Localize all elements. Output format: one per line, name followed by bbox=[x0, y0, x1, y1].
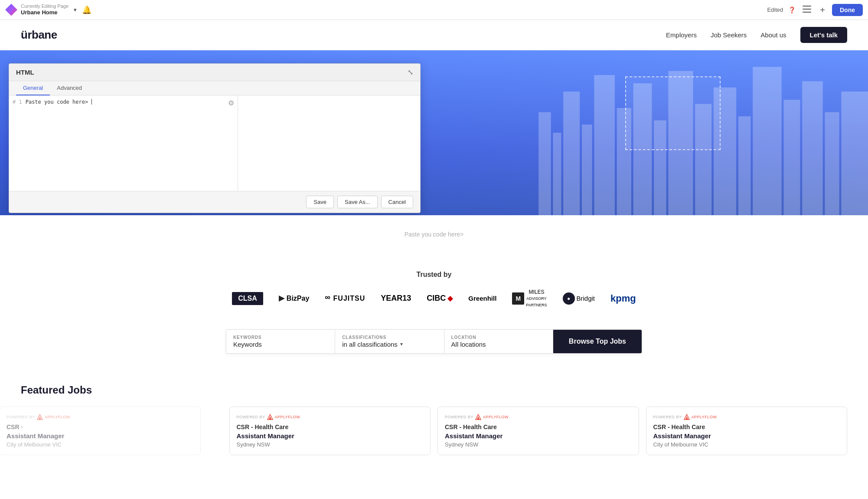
applyflow-mountain-icon-3 bbox=[684, 414, 690, 420]
applyflow-logo-1: applyflow bbox=[267, 414, 300, 420]
done-button[interactable]: Done bbox=[832, 4, 863, 16]
code-text: Paste you code here> bbox=[26, 99, 88, 105]
bell-icon[interactable]: 🔔 bbox=[82, 5, 91, 15]
applyflow-logo-2: applyflow bbox=[475, 414, 509, 420]
svg-rect-4 bbox=[553, 133, 561, 215]
bizpay-arrow-icon bbox=[279, 295, 285, 302]
paste-preview-section: Paste you code here> bbox=[0, 215, 868, 253]
job-powered-3: POWERED BY applyflow bbox=[653, 414, 840, 420]
svg-rect-19 bbox=[841, 92, 868, 215]
editor-close-button[interactable]: ⤡ bbox=[408, 68, 413, 76]
editor-title-label: HTML bbox=[16, 69, 34, 76]
logo-cibc: CIBC ◆ bbox=[427, 294, 453, 303]
editor-body: # 1 Paste you code here> ⚙ bbox=[9, 95, 420, 191]
svg-rect-7 bbox=[594, 75, 615, 215]
nav-about-us[interactable]: About us bbox=[760, 31, 786, 39]
logos-row: CLSA BizPay ∞ FUJITSU YEAR13 CIBC ◆ Gree… bbox=[21, 289, 847, 308]
applyflow-mountain-icon-1 bbox=[267, 414, 273, 420]
job-powered-2: POWERED BY applyflow bbox=[445, 414, 632, 420]
paste-preview-text: Paste you code here> bbox=[21, 222, 847, 246]
keywords-field[interactable]: KEYWORDS Keywords bbox=[226, 330, 335, 353]
editing-dropdown-button[interactable]: ▾ bbox=[72, 5, 78, 15]
classifications-select[interactable]: in all classifications ▾ bbox=[342, 340, 437, 348]
website-preview: ürbane Employers Job Seekers About us Le… bbox=[0, 20, 868, 499]
browse-top-jobs-button[interactable]: Browse Top Jobs bbox=[553, 330, 642, 353]
html-editor: HTML ⤡ General Advanced # 1 Paste you co… bbox=[9, 63, 421, 213]
search-section: KEYWORDS Keywords CLASSIFICATIONS in all… bbox=[0, 316, 868, 371]
editing-page-name: Urbane Home bbox=[21, 9, 69, 16]
editing-title-label: Currently Editing Page bbox=[21, 3, 69, 9]
cursor bbox=[91, 99, 92, 105]
hamburger-icon bbox=[803, 6, 811, 13]
nav-job-seekers[interactable]: Job Seekers bbox=[711, 31, 747, 39]
jobs-row: POWERED BY applyflow CSR · Assistant Man… bbox=[21, 407, 847, 455]
editing-info: Currently Editing Page Urbane Home bbox=[21, 3, 69, 16]
location-field[interactable]: LOCATION All locations bbox=[444, 330, 553, 353]
location-label: LOCATION bbox=[451, 335, 546, 340]
svg-rect-2 bbox=[803, 12, 811, 13]
cancel-button[interactable]: Cancel bbox=[381, 196, 413, 208]
applyflow-mountain-icon bbox=[37, 414, 43, 420]
classifications-field[interactable]: CLASSIFICATIONS in all classifications ▾ bbox=[335, 330, 444, 353]
job-company-1: CSR - Health Care bbox=[237, 423, 424, 430]
svg-marker-20 bbox=[279, 295, 285, 302]
nav-links: Employers Job Seekers About us Let's tal… bbox=[666, 27, 847, 43]
logo-year13: YEAR13 bbox=[381, 294, 411, 303]
editor-preview-area bbox=[238, 95, 420, 191]
job-card-2[interactable]: POWERED BY applyflow CSR - Health Care A… bbox=[437, 407, 639, 455]
svg-rect-5 bbox=[563, 92, 580, 215]
help-icon[interactable]: ❓ bbox=[788, 7, 796, 13]
search-bar: KEYWORDS Keywords CLASSIFICATIONS in all… bbox=[226, 329, 642, 354]
add-button[interactable]: + bbox=[818, 4, 827, 16]
svg-rect-15 bbox=[753, 67, 782, 215]
editor-code-area[interactable]: # 1 Paste you code here> ⚙ bbox=[9, 95, 238, 191]
lets-talk-button[interactable]: Let's talk bbox=[800, 27, 847, 43]
menu-lines-button[interactable] bbox=[801, 4, 813, 16]
job-card-1[interactable]: POWERED BY applyflow CSR - Health Care A… bbox=[229, 407, 431, 455]
job-powered-1: POWERED BY applyflow bbox=[237, 414, 424, 420]
applyflow-mountain-icon-2 bbox=[475, 414, 481, 420]
location-value: All locations bbox=[451, 341, 546, 348]
save-button[interactable]: Save bbox=[306, 196, 334, 208]
settings-icon: ⚙ bbox=[228, 99, 234, 107]
site-logo: ürbane bbox=[21, 28, 57, 42]
chevron-down-icon: ▾ bbox=[400, 341, 403, 347]
svg-rect-17 bbox=[802, 81, 823, 215]
job-location-1: Sydney NSW bbox=[237, 441, 424, 448]
job-location-2: Sydney NSW bbox=[445, 441, 632, 448]
featured-jobs-title: Featured Jobs bbox=[21, 384, 847, 396]
city-silhouette bbox=[347, 50, 868, 215]
job-company-2: CSR - Health Care bbox=[445, 423, 632, 430]
editor-header: HTML ⤡ bbox=[9, 64, 420, 81]
logo-bizpay: BizPay bbox=[279, 295, 309, 302]
site-navigation: ürbane Employers Job Seekers About us Le… bbox=[0, 20, 868, 50]
job-card-0[interactable]: POWERED BY applyflow CSR · Assistant Man… bbox=[0, 407, 201, 455]
classifications-value: in all classifications bbox=[342, 341, 398, 348]
job-title-2: Assistant Manager bbox=[445, 432, 632, 440]
keywords-value: Keywords bbox=[233, 341, 328, 348]
nav-employers[interactable]: Employers bbox=[666, 31, 697, 39]
svg-rect-6 bbox=[582, 125, 592, 215]
job-title-0: Assistant Manager bbox=[7, 432, 193, 440]
job-location-3: City of Melbourne VIC bbox=[653, 441, 840, 448]
logo-greenhill: Greenhill bbox=[468, 295, 496, 302]
job-card-3[interactable]: POWERED BY applyflow CSR - Health Care A… bbox=[646, 407, 848, 455]
job-location-0: City of Melbourne VIC bbox=[7, 441, 193, 448]
edited-status: Edited bbox=[767, 7, 783, 13]
editor-tab-general[interactable]: General bbox=[16, 81, 50, 95]
editor-tab-advanced[interactable]: Advanced bbox=[50, 81, 89, 95]
code-line-1: # 1 Paste you code here> bbox=[13, 99, 234, 105]
trusted-title: Trusted by bbox=[21, 271, 847, 279]
logo-miles: M MILESADVISORYPARTNERS bbox=[512, 289, 547, 308]
svg-rect-3 bbox=[538, 112, 551, 216]
line-number: # 1 bbox=[13, 99, 22, 105]
save-as-button[interactable]: Save As... bbox=[337, 196, 378, 208]
top-bar-left: Currently Editing Page Urbane Home ▾ 🔔 bbox=[5, 3, 91, 16]
classifications-label: CLASSIFICATIONS bbox=[342, 335, 437, 340]
applyflow-logo-3: applyflow bbox=[684, 414, 717, 420]
job-company-3: CSR - Health Care bbox=[653, 423, 840, 430]
job-title-1: Assistant Manager bbox=[237, 432, 424, 440]
hero-section: HTML ⤡ General Advanced # 1 Paste you co… bbox=[0, 50, 868, 215]
logo-bridgit: ● Bridgit bbox=[563, 292, 595, 305]
logo-clsa: CLSA bbox=[232, 292, 263, 305]
